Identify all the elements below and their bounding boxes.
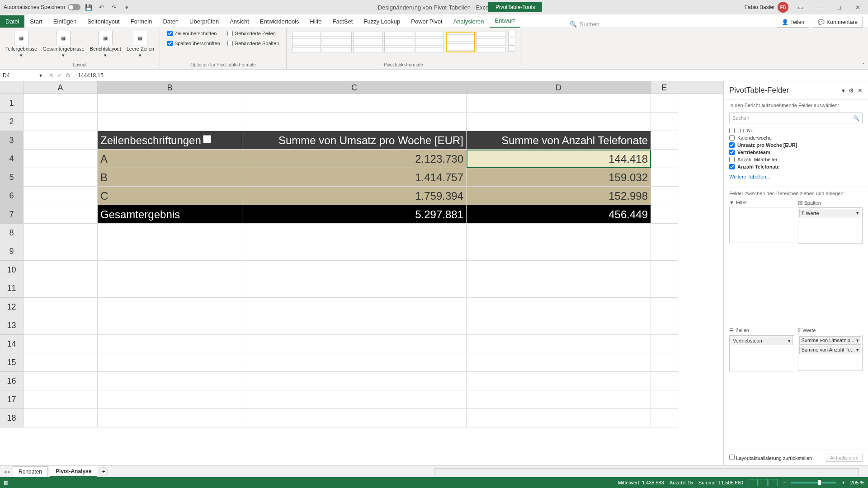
cell[interactable] xyxy=(24,279,98,298)
cell[interactable] xyxy=(24,187,98,205)
col-header-b[interactable]: B xyxy=(98,81,242,94)
row-header[interactable]: 14 xyxy=(0,335,24,353)
cell[interactable] xyxy=(24,224,98,242)
chevron-down-icon[interactable]: ▾ xyxy=(856,347,859,353)
comments-button[interactable]: 💬Kommentare xyxy=(813,17,863,28)
row-header[interactable]: 4 xyxy=(0,150,24,168)
cell[interactable] xyxy=(651,205,678,224)
cell[interactable] xyxy=(24,409,98,427)
cell[interactable] xyxy=(467,242,651,261)
tab-review[interactable]: Überprüfen xyxy=(184,15,224,28)
gear-icon[interactable]: ⚙ xyxy=(849,87,854,94)
cell[interactable] xyxy=(651,131,678,150)
cell[interactable] xyxy=(24,316,98,335)
row-header[interactable]: 17 xyxy=(0,390,24,409)
chevron-down-icon[interactable]: ▾ xyxy=(856,210,859,216)
style-thumb-selected[interactable] xyxy=(446,32,475,52)
horizontal-scrollbar[interactable] xyxy=(434,468,859,475)
style-thumb[interactable] xyxy=(384,32,413,52)
cell[interactable]: A xyxy=(98,150,242,168)
row-header[interactable]: 5 xyxy=(0,168,24,187)
cell[interactable]: B xyxy=(98,168,242,187)
tab-factset[interactable]: FactSet xyxy=(327,15,359,28)
cell[interactable] xyxy=(242,242,467,261)
cell[interactable] xyxy=(242,372,467,390)
share-button[interactable]: 👤Teilen xyxy=(777,17,809,28)
cell[interactable] xyxy=(467,224,651,242)
cell[interactable] xyxy=(24,390,98,409)
row-header[interactable]: 18 xyxy=(0,409,24,427)
zoom-out-icon[interactable]: − xyxy=(783,480,786,485)
field-item[interactable]: Vertriebsteam xyxy=(729,149,863,156)
cancel-formula-icon[interactable]: ✕ xyxy=(49,72,54,79)
row-header[interactable]: 1 xyxy=(0,94,24,113)
collapse-ribbon-icon[interactable]: ⌃ xyxy=(862,62,865,67)
cell[interactable] xyxy=(651,298,678,316)
cell[interactable]: Summe von Umsatz pro Woche [EUR] xyxy=(242,131,467,150)
grand-totals-button[interactable]: ▦Gesamtergebnisse▾ xyxy=(41,30,86,59)
row-header[interactable]: 2 xyxy=(0,113,24,131)
field-item[interactable]: Kalenderwoche xyxy=(729,134,863,141)
fx-icon[interactable]: fx xyxy=(66,72,71,79)
cell[interactable] xyxy=(24,353,98,372)
zoom-in-icon[interactable]: + xyxy=(842,480,844,485)
cell[interactable]: 2.123.730 xyxy=(242,150,467,168)
close-pane-icon[interactable]: ✕ xyxy=(858,87,863,94)
tab-data[interactable]: Daten xyxy=(157,15,184,28)
qat-dropdown-icon[interactable]: ▾ xyxy=(122,3,131,12)
row-header[interactable]: 12 xyxy=(0,298,24,316)
cell[interactable] xyxy=(242,224,467,242)
cell[interactable] xyxy=(467,113,651,131)
style-thumb[interactable] xyxy=(415,32,444,52)
tab-page-layout[interactable]: Seitenlayout xyxy=(82,15,125,28)
row-header[interactable]: 7 xyxy=(0,205,24,224)
tab-help[interactable]: Hilfe xyxy=(305,15,327,28)
col-header-a[interactable]: A xyxy=(24,81,98,94)
row-header[interactable]: 3 xyxy=(0,131,24,150)
cell[interactable] xyxy=(651,353,678,372)
tab-file[interactable]: Datei xyxy=(0,15,24,28)
cell[interactable] xyxy=(467,372,651,390)
style-thumb[interactable] xyxy=(354,32,382,52)
cell[interactable] xyxy=(467,261,651,279)
row-header[interactable]: 16 xyxy=(0,372,24,390)
view-page-break-icon[interactable] xyxy=(769,479,778,486)
field-item[interactable]: Anzahl Mitarbeiter xyxy=(729,156,863,163)
cell[interactable] xyxy=(98,372,242,390)
cell[interactable] xyxy=(242,94,467,113)
sheet-tab-rohdaten[interactable]: Rohdaten xyxy=(13,466,48,477)
sheet-nav-next[interactable]: ▸ xyxy=(8,468,11,475)
tab-view[interactable]: Ansicht xyxy=(224,15,255,28)
row-headers-checkbox[interactable]: Zeilenüberschriften xyxy=(167,30,220,37)
col-header-d[interactable]: D xyxy=(467,81,651,94)
tab-fuzzy[interactable]: Fuzzy Lookup xyxy=(358,15,406,28)
style-thumb[interactable] xyxy=(292,32,321,52)
cell[interactable] xyxy=(467,279,651,298)
cell[interactable] xyxy=(651,261,678,279)
toggle-switch[interactable] xyxy=(68,4,80,10)
cell[interactable] xyxy=(651,113,678,131)
cell[interactable] xyxy=(242,390,467,409)
report-layout-button[interactable]: ▦Berichtslayout▾ xyxy=(88,30,123,59)
undo-icon[interactable]: ↶ xyxy=(97,3,106,12)
drop-item[interactable]: Summe von Umsatz p...▾ xyxy=(799,336,862,345)
cell[interactable] xyxy=(24,261,98,279)
name-box[interactable]: D4▾ xyxy=(0,72,45,79)
row-header[interactable]: 15 xyxy=(0,353,24,372)
field-item[interactable]: Umsatz pro Woche [EUR] xyxy=(729,141,863,149)
cell[interactable]: 1.759.394 xyxy=(242,187,467,205)
cell[interactable]: Zeilenbeschriftungen xyxy=(98,131,242,150)
gallery-scroll-down[interactable] xyxy=(508,38,515,44)
cell[interactable] xyxy=(651,168,678,187)
cell[interactable] xyxy=(98,298,242,316)
minimize-icon[interactable]: — xyxy=(813,2,826,13)
cell[interactable] xyxy=(98,353,242,372)
cell[interactable] xyxy=(24,335,98,353)
cell[interactable] xyxy=(242,353,467,372)
spreadsheet-grid[interactable]: A B C D E 123ZeilenbeschriftungenSumme v… xyxy=(0,81,723,465)
close-icon[interactable]: ✕ xyxy=(851,2,864,13)
chevron-down-icon[interactable]: ▾ xyxy=(788,338,791,344)
pane-layout-icon[interactable]: ▾ xyxy=(842,87,845,94)
filter-drop-area[interactable] xyxy=(729,207,794,243)
tab-formulas[interactable]: Formeln xyxy=(125,15,158,28)
